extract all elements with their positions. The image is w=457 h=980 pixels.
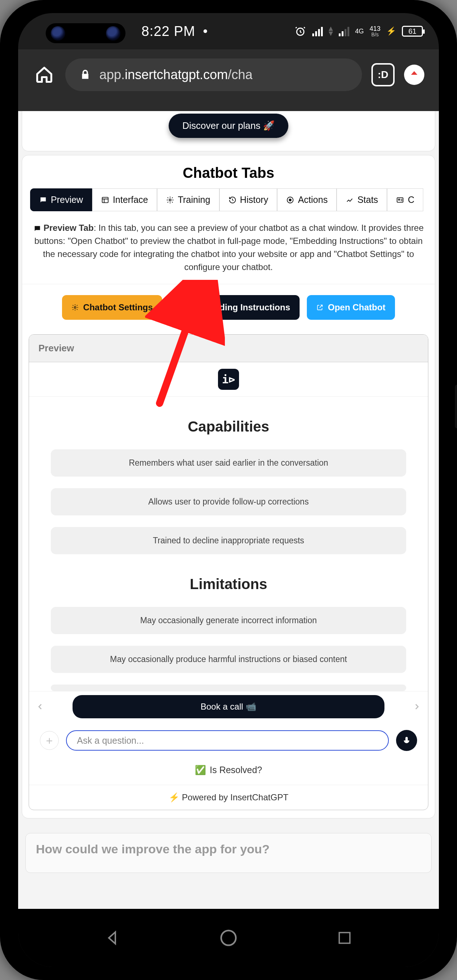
tab-preview[interactable]: Preview bbox=[30, 188, 92, 211]
clock: 8:22 PM bbox=[141, 24, 195, 39]
limitation-item[interactable] bbox=[51, 684, 406, 691]
tabs-row: Preview Interface Training bbox=[22, 188, 435, 211]
attach-button[interactable]: ＋ bbox=[40, 731, 59, 750]
notification-dot-icon bbox=[203, 29, 207, 33]
browser-toolbar: app.insertchatgpt.com/cha :D bbox=[18, 49, 439, 111]
network-rate: 413 B/s bbox=[370, 25, 381, 37]
signal-sim2-icon bbox=[339, 26, 349, 36]
preview-title: Preview bbox=[29, 335, 428, 362]
capability-item[interactable]: Allows user to provide follow-up correct… bbox=[51, 488, 406, 515]
tab-history[interactable]: History bbox=[219, 188, 278, 211]
plans-banner: and a wider range of benefits! Discover … bbox=[22, 111, 435, 151]
limitation-item[interactable]: May occasionally generate incorrect info… bbox=[51, 607, 406, 634]
card-icon bbox=[396, 196, 404, 204]
url-bar[interactable]: app.insertchatgpt.com/cha bbox=[65, 59, 362, 91]
android-nav-bar bbox=[18, 909, 439, 967]
mic-button[interactable] bbox=[396, 730, 417, 751]
preview-panel: Preview i⊳ Capabilities Remembers what u… bbox=[29, 334, 428, 810]
tab-label: Interface bbox=[113, 194, 148, 205]
chatbot-tabs-card: Chatbot Tabs Preview Interface bbox=[22, 155, 435, 818]
tab-training[interactable]: Training bbox=[157, 188, 219, 211]
bot-logo: i⊳ bbox=[218, 369, 239, 390]
charging-icon: ⚡ bbox=[386, 27, 396, 36]
chat-icon bbox=[39, 196, 47, 204]
card-title: Chatbot Tabs bbox=[22, 165, 435, 181]
discover-plans-button[interactable]: Discover our plans 🚀 bbox=[169, 114, 289, 138]
recents-button[interactable] bbox=[333, 926, 357, 950]
check-icon: ✅ bbox=[195, 765, 206, 775]
tab-label: Stats bbox=[357, 194, 378, 205]
chat-input[interactable] bbox=[66, 730, 389, 751]
home-button[interactable] bbox=[33, 63, 56, 86]
tabs-button[interactable]: :D bbox=[371, 63, 395, 86]
camera-cutout bbox=[46, 23, 125, 43]
carousel-next-button[interactable] bbox=[411, 700, 423, 713]
url-text: app.insertchatgpt.com/cha bbox=[99, 67, 252, 83]
capabilities-title: Capabilities bbox=[29, 418, 428, 435]
svg-point-4 bbox=[289, 199, 292, 201]
suggestions-carousel: Book a call 📹 bbox=[29, 691, 428, 725]
powered-by[interactable]: ⚡ Powered by InsertChatGPT bbox=[29, 785, 428, 810]
limitations-title: Limitations bbox=[29, 576, 428, 592]
tab-label: Actions bbox=[298, 194, 327, 205]
svg-point-9 bbox=[221, 931, 236, 945]
actions-row: Chatbot Settings Embedding Instructions … bbox=[22, 284, 435, 334]
history-icon bbox=[228, 196, 236, 204]
stats-icon bbox=[346, 196, 354, 204]
tab-actions[interactable]: Actions bbox=[277, 188, 336, 211]
svg-point-6 bbox=[398, 199, 400, 200]
lock-icon bbox=[80, 69, 90, 80]
tab-label: C bbox=[408, 194, 414, 205]
svg-rect-5 bbox=[397, 197, 403, 202]
battery-indicator: 61 bbox=[402, 26, 423, 37]
feedback-input[interactable]: How could we improve the app for you? bbox=[25, 833, 432, 873]
gear-icon bbox=[71, 304, 79, 311]
chatbot-settings-button[interactable]: Chatbot Settings bbox=[62, 295, 162, 320]
tab-more[interactable]: C bbox=[387, 188, 423, 211]
network-type: 4G bbox=[355, 28, 364, 35]
svg-rect-1 bbox=[102, 197, 108, 202]
home-nav-button[interactable] bbox=[217, 926, 240, 950]
external-link-icon bbox=[316, 304, 324, 311]
svg-rect-10 bbox=[339, 932, 350, 943]
chat-icon bbox=[33, 225, 41, 233]
alarm-icon bbox=[294, 25, 306, 37]
embedding-instructions-button[interactable]: Embedding Instructions bbox=[170, 295, 300, 320]
data-arrows-icon bbox=[328, 27, 333, 36]
tab-description: Preview Tab: In this tab, you can see a … bbox=[22, 211, 435, 277]
layout-icon bbox=[101, 196, 109, 204]
back-button[interactable] bbox=[100, 926, 124, 950]
resolved-row[interactable]: ✅ Is Resolved? bbox=[29, 759, 428, 785]
link-icon bbox=[179, 304, 186, 311]
capability-item[interactable]: Remembers what user said earlier in the … bbox=[51, 449, 406, 477]
svg-point-2 bbox=[169, 199, 171, 201]
menu-button[interactable] bbox=[404, 65, 424, 85]
status-bar: 8:22 PM 4G bbox=[18, 13, 439, 49]
book-call-button[interactable]: Book a call 📹 bbox=[73, 695, 384, 718]
chat-input-row: ＋ bbox=[29, 725, 428, 759]
tab-stats[interactable]: Stats bbox=[336, 188, 387, 211]
tab-label: Preview bbox=[51, 194, 83, 205]
page-viewport: and a wider range of benefits! Discover … bbox=[18, 111, 439, 909]
capability-item[interactable]: Trained to decline inappropriate request… bbox=[51, 527, 406, 554]
tab-label: Training bbox=[178, 194, 210, 205]
carousel-prev-button[interactable] bbox=[34, 700, 46, 713]
gear-icon bbox=[166, 196, 174, 204]
svg-point-7 bbox=[75, 307, 76, 309]
actions-icon bbox=[286, 196, 294, 204]
tab-label: History bbox=[240, 194, 268, 205]
tab-interface[interactable]: Interface bbox=[92, 188, 157, 211]
limitation-item[interactable]: May occasionally produce harmful instruc… bbox=[51, 646, 406, 673]
signal-icon bbox=[312, 26, 323, 36]
open-chatbot-button[interactable]: Open Chatbot bbox=[307, 295, 395, 320]
